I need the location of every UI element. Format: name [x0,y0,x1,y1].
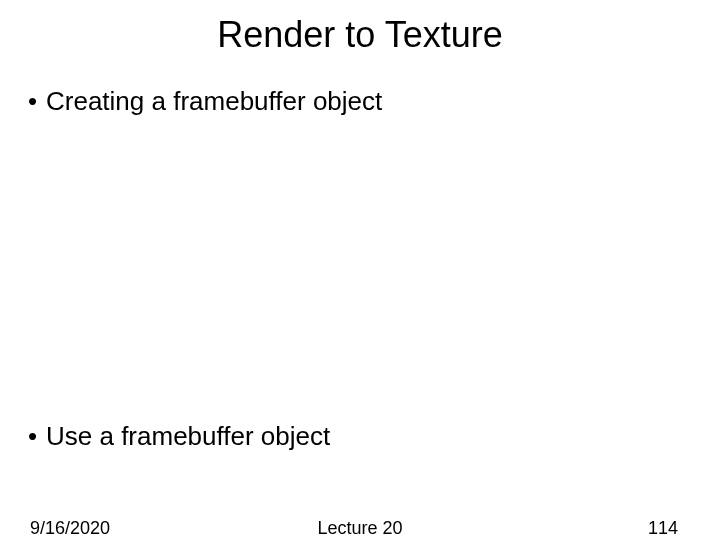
bullet-text: Use a framebuffer object [46,421,330,451]
slide-title: Render to Texture [0,14,720,56]
footer-page-number: 114 [648,518,678,539]
slide: Render to Texture •Creating a framebuffe… [0,0,720,540]
bullet-dot-icon: • [28,86,46,117]
bullet-item: •Use a framebuffer object [28,421,330,452]
bullet-dot-icon: • [28,421,46,452]
footer-center: Lecture 20 [0,518,720,539]
bullet-text: Creating a framebuffer object [46,86,382,116]
bullet-item: •Creating a framebuffer object [28,86,382,117]
